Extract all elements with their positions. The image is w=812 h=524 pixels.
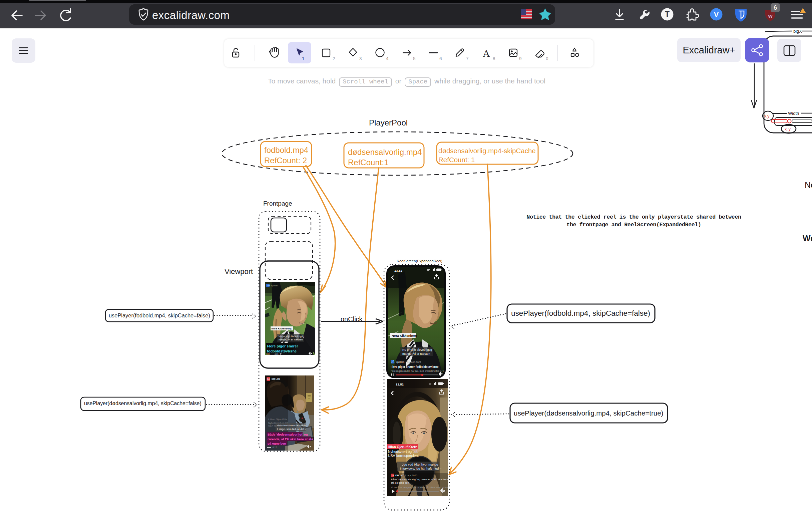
svg-text:· 11. apr 2025: · 11. apr 2025 [406,360,421,363]
svg-text:på egne ben: på egne ben [268,442,286,445]
svg-text:mange. Vi er næsten -: mange. Vi er næsten - [278,338,304,341]
svg-text:interviews, jeg har haft med –: interviews, jeg har haft med – [400,466,442,470]
svg-text:Nora Kikkenberg: Nora Kikkenberg [272,327,291,330]
svg-text:fodboldstøvlerne: fodboldstøvlerne [267,349,297,353]
svg-text:13.52: 13.52 [394,269,402,272]
svg-text:14: 14 [392,475,394,477]
svg-text:Vi kan ikke længere vide os si: Vi kan ikke længere vide os sikre på USA… [391,486,448,489]
svg-text:14: 14 [267,378,270,380]
svg-text:2. apr 2025: 2. apr 2025 [405,474,417,477]
svg-text:illian Gjerulf Kretz: illian Gjerulf Kretz [388,445,417,449]
svg-text:Foreningskonsulen har sat, med: Foreningskonsulen har sat, med omarkland… [391,370,446,373]
svg-text:Både 'dødsensalvorligt' og rør: Både 'dødsensalvorligt' og rørende, at E… [391,478,448,481]
svg-text:Flere piger snører fodboldstøv: Flere piger snører fodboldstøvlerne [391,365,439,369]
svg-text:0:17: 0:17 [273,446,277,448]
svg-text:Flere piger snører: Flere piger snører [267,344,298,348]
svg-text:Lillian Gjerulf Kr: Lillian Gjerulf Kr [268,418,287,421]
svg-text:rørende, at EU skal lære at st: rørende, at EU skal lære at stå [268,437,313,441]
svg-text:Både 'dødsensalvorligt' og: Både 'dødsensalvorligt' og [268,432,308,436]
svg-text:Nora Kikkenberg: Nora Kikkenberg [392,334,417,338]
svg-text:DR LYD: DR LYD [272,378,280,380]
svg-text:Nyhedsvært og tidl.: Nyhedsvært og tidl. [388,449,418,454]
svg-text:Sporten: Sporten [396,360,404,363]
svg-text:statsministeren de sidste: statsministeren de sidste [277,424,307,427]
svg-text:Sporten: Sporten [271,284,278,287]
svg-text:13.52: 13.52 [396,382,404,386]
svg-text:stå på egne ben: stå på egne ben [391,481,409,484]
svg-text:0:19: 0:19 [274,353,278,355]
svg-text:DR LYD: DR LYD [395,474,405,477]
svg-text:USA-korrespondent: USA-korrespondent [388,454,419,458]
svg-text:Nu er vi jo blevet rigtig: Nu er vi jo blevet rigtig [402,348,432,351]
svg-text:Jeg ved ikke, hvor mange: Jeg ved ikke, hvor mange [402,463,438,466]
svg-text:ti dage, som lød, at det -: ti dage, som lød, at det - [277,428,306,430]
svg-text:mange. Vi er næsten -: mange. Vi er næsten - [402,352,432,356]
svg-text:Nu er vi jo blevet rigtig: Nu er vi jo blevet rigtig [278,335,304,338]
